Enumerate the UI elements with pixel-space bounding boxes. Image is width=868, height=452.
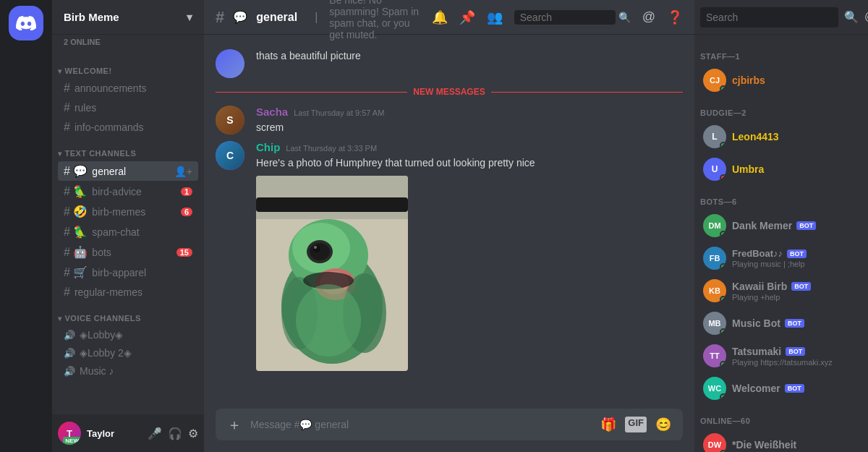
- member-kawaii-birb[interactable]: KB Kawaii Birb BOT Playing +help: [697, 275, 865, 307]
- unread-badge: 6: [181, 208, 192, 216]
- settings-icon[interactable]: ⚙: [188, 427, 198, 440]
- member-leon4413[interactable]: L Leon4413: [697, 121, 865, 153]
- member-info: *Die Weißheit: [732, 439, 859, 451]
- emoji-icon[interactable]: 😊: [655, 417, 671, 432]
- message-content: Sacha Last Thursday at 9:57 AM screm: [256, 106, 683, 135]
- search-input[interactable]: [700, 7, 838, 27]
- search-icon[interactable]: 🔍: [514, 10, 631, 25]
- member-avatar: L: [703, 125, 726, 148]
- user-panel-icons: 🎤 🎧 ⚙: [148, 427, 198, 440]
- message-text: Here's a photo of Humphrey that turned o…: [256, 156, 683, 171]
- member-sub-status: Playing music | ;help: [732, 260, 859, 268]
- hash-icon: # 🛒: [64, 265, 88, 279]
- channel-lobby[interactable]: 🔊 ◈Lobby◈: [58, 326, 198, 344]
- search-bar: 🔍 @ ❓: [694, 0, 868, 35]
- user-panel: T NEW Taylor 🎤 🎧 ⚙: [52, 414, 204, 452]
- hash-chat-icon: # 💬: [64, 164, 88, 178]
- pin-icon[interactable]: 📌: [459, 9, 475, 25]
- channel-announcements[interactable]: # announcements: [58, 79, 198, 98]
- member-info: Tatsumaki BOT Playing https://tatsumaki.…: [732, 346, 859, 367]
- members-icon[interactable]: 👥: [487, 9, 503, 25]
- headset-icon[interactable]: 🎧: [168, 427, 182, 440]
- member-name: Tatsumaki BOT: [732, 346, 859, 357]
- channel-music[interactable]: 🔊 Music ♪: [58, 362, 198, 380]
- bot-badge: BOT: [785, 319, 804, 328]
- member-fredboat[interactable]: FB FredBoat♪♪ BOT Playing music | ;help: [697, 242, 865, 274]
- channel-bird-advice[interactable]: # 🦜 bird-advice 1: [58, 182, 198, 201]
- add-user-icon[interactable]: 👤+: [174, 166, 192, 177]
- gif-icon[interactable]: GIF: [625, 417, 647, 432]
- new-messages-line: [491, 92, 683, 93]
- category-voice-channels[interactable]: ▾ VOICE CHANNELS: [52, 302, 204, 325]
- volume-icon: 🔊: [64, 366, 75, 377]
- channel-lobby2[interactable]: 🔊 ◈Lobby 2◈: [58, 344, 198, 362]
- server-name-bar[interactable]: Birb Meme ▾: [52, 0, 204, 35]
- member-name: *Die Weißheit: [732, 439, 859, 451]
- channel-bots[interactable]: # 🤖 bots 15: [58, 242, 198, 262]
- member-name: Umbra: [732, 163, 859, 175]
- unread-badge: 15: [176, 248, 192, 257]
- member-die-weissheit[interactable]: DW *Die Weißheit: [697, 429, 865, 452]
- channel-sidebar: Birb Meme ▾ 2 ONLINE ▾ WELCOME! # announ…: [52, 0, 204, 452]
- member-umbra[interactable]: U Umbra: [697, 153, 865, 185]
- message-username[interactable]: Sacha: [256, 106, 288, 118]
- user-info: Taylor: [87, 428, 148, 439]
- channel-birb-apparel[interactable]: # 🛒 birb-apparel: [58, 263, 198, 282]
- server-icon-birb-meme[interactable]: [9, 6, 43, 40]
- hash-icon: #: [64, 101, 70, 114]
- member-music-bot[interactable]: MB Music Bot BOT: [697, 307, 865, 339]
- channel-regular-memes[interactable]: # regular-memes: [58, 283, 198, 302]
- hash-icon: #: [216, 8, 224, 27]
- main-chat: # 💬 general | Be nice! No spamming! Spam…: [204, 0, 694, 452]
- member-avatar: U: [703, 158, 726, 181]
- message-input[interactable]: [250, 419, 600, 430]
- status-indicator: [720, 85, 726, 92]
- chat-header-icons: 🔔 📌 👥 🔍 @ ❓: [432, 9, 683, 25]
- hash-icon: # 🤖: [64, 245, 88, 259]
- member-category-online: ONLINE—60: [694, 405, 868, 428]
- member-tatsumaki[interactable]: TT Tatsumaki BOT Playing https://tatsuma…: [697, 340, 865, 372]
- message-row: thats a beautiful picture: [204, 46, 694, 81]
- status-indicator: [720, 328, 726, 335]
- server-name: Birb Meme: [64, 11, 119, 23]
- search-icons: 🔍 @ ❓: [844, 10, 868, 24]
- member-info: cjbirbs: [732, 74, 859, 86]
- message-timestamp: Last Thursday at 3:33 PM: [286, 144, 377, 153]
- search-icon[interactable]: 🔍: [844, 10, 859, 24]
- right-sidebar: 🔍 @ ❓ STAFF—1 CJ cjbirbs BUDGIE—2: [694, 0, 868, 452]
- at-icon[interactable]: @: [642, 9, 655, 25]
- gift-icon[interactable]: 🎁: [600, 417, 616, 432]
- header-search-input[interactable]: [514, 10, 616, 25]
- member-name: Music Bot BOT: [732, 317, 859, 329]
- plus-icon[interactable]: ＋: [227, 415, 242, 435]
- chat-header: # 💬 general | Be nice! No spamming! Spam…: [204, 0, 694, 35]
- channel-spam-chat[interactable]: # 🦜 spam-chat: [58, 222, 198, 242]
- member-cjbirbs[interactable]: CJ cjbirbs: [697, 64, 865, 96]
- member-info: Music Bot BOT: [732, 317, 859, 329]
- category-text-channels[interactable]: ▾ TEXT CHANNELS: [52, 137, 204, 161]
- status-indicator: [720, 231, 726, 237]
- channel-name: general: [256, 11, 297, 24]
- message-username[interactable]: Chip: [256, 141, 280, 153]
- hash-icon: #: [64, 121, 70, 134]
- status-indicator: [720, 361, 726, 367]
- category-welcome[interactable]: ▾ WELCOME!: [52, 55, 204, 78]
- microphone-icon[interactable]: 🎤: [148, 427, 162, 440]
- message-header: Sacha Last Thursday at 9:57 AM: [256, 106, 683, 118]
- channel-general[interactable]: # 💬 general 👤+: [58, 161, 198, 181]
- member-avatar: TT: [703, 344, 726, 367]
- member-name: Kawaii Birb BOT: [732, 281, 859, 292]
- channel-rules[interactable]: # rules: [58, 98, 198, 117]
- mention-icon[interactable]: @: [864, 10, 868, 24]
- member-welcomer[interactable]: WC Welcomer BOT: [697, 372, 865, 404]
- bell-icon[interactable]: 🔔: [432, 9, 448, 25]
- member-dank-memer[interactable]: DM Dank Memer BOT: [697, 210, 865, 242]
- divider: |: [315, 11, 318, 24]
- channel-info-commands[interactable]: # info-commands: [58, 118, 198, 137]
- arrow-icon: ▾: [58, 67, 62, 75]
- help-icon[interactable]: ❓: [667, 9, 683, 25]
- member-name: FredBoat♪♪ BOT: [732, 248, 859, 259]
- online-indicator: 2 ONLINE: [52, 35, 204, 49]
- message-text: thats a beautiful picture: [256, 49, 683, 64]
- channel-birb-memes[interactable]: # 🤣 birb-memes 6: [58, 202, 198, 221]
